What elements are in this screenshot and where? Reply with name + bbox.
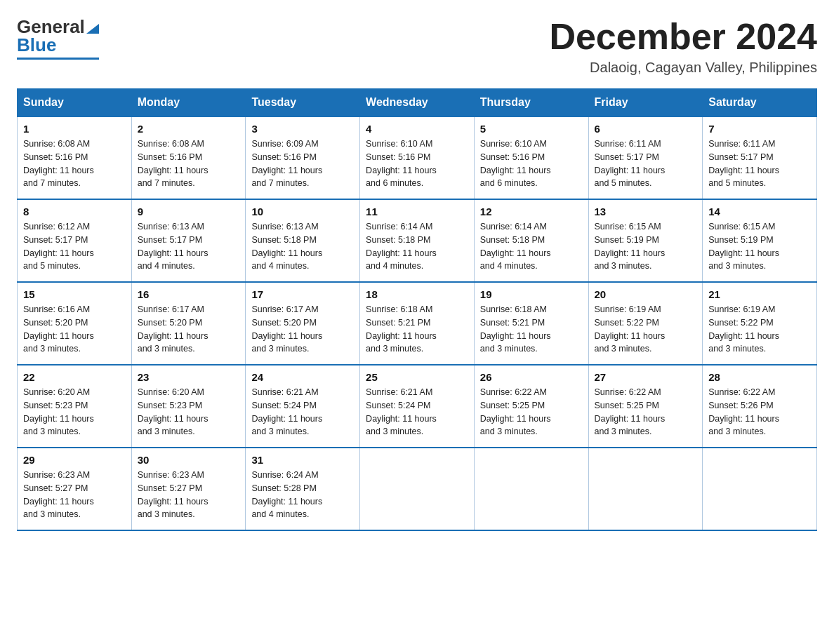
logo-blue: Blue — [17, 34, 56, 56]
calendar-cell: 11 Sunrise: 6:14 AM Sunset: 5:18 PM Dayl… — [360, 199, 475, 282]
day-info: Sunrise: 6:20 AM Sunset: 5:23 PM Dayligh… — [138, 386, 240, 438]
day-info: Sunrise: 6:17 AM Sunset: 5:20 PM Dayligh… — [251, 303, 354, 356]
day-number: 26 — [480, 371, 583, 383]
day-number: 11 — [366, 206, 468, 217]
day-info: Sunrise: 6:15 AM Sunset: 5:19 PM Dayligh… — [708, 220, 811, 273]
day-info: Sunrise: 6:24 AM Sunset: 5:28 PM Dayligh… — [251, 469, 354, 521]
weekday-header-friday: Friday — [588, 89, 703, 117]
calendar-cell: 16 Sunrise: 6:17 AM Sunset: 5:20 PM Dayl… — [131, 282, 246, 365]
day-info: Sunrise: 6:13 AM Sunset: 5:18 PM Dayligh… — [251, 220, 354, 273]
calendar-cell: 26 Sunrise: 6:22 AM Sunset: 5:25 PM Dayl… — [474, 365, 588, 448]
calendar-cell: 3 Sunrise: 6:09 AM Sunset: 5:16 PM Dayli… — [246, 116, 360, 199]
calendar-cell: 19 Sunrise: 6:18 AM Sunset: 5:21 PM Dayl… — [474, 282, 588, 365]
calendar-cell: 28 Sunrise: 6:22 AM Sunset: 5:26 PM Dayl… — [703, 365, 817, 448]
calendar-cell — [588, 448, 703, 530]
day-number: 30 — [138, 454, 240, 466]
calendar-cell: 15 Sunrise: 6:16 AM Sunset: 5:20 PM Dayl… — [18, 282, 132, 365]
day-number: 10 — [251, 206, 354, 217]
calendar-cell — [703, 448, 817, 530]
weekday-header-sunday: Sunday — [18, 89, 132, 117]
day-info: Sunrise: 6:17 AM Sunset: 5:20 PM Dayligh… — [138, 303, 240, 356]
calendar-cell: 1 Sunrise: 6:08 AM Sunset: 5:16 PM Dayli… — [18, 116, 132, 199]
calendar-week-row: 29 Sunrise: 6:23 AM Sunset: 5:27 PM Dayl… — [18, 448, 817, 530]
day-info: Sunrise: 6:14 AM Sunset: 5:18 PM Dayligh… — [366, 220, 468, 273]
day-info: Sunrise: 6:22 AM Sunset: 5:26 PM Dayligh… — [708, 386, 811, 438]
logo: General Blue — [17, 17, 99, 60]
day-number: 27 — [595, 371, 697, 383]
calendar-cell: 2 Sunrise: 6:08 AM Sunset: 5:16 PM Dayli… — [131, 116, 246, 199]
day-number: 7 — [708, 123, 811, 135]
day-info: Sunrise: 6:14 AM Sunset: 5:18 PM Dayligh… — [480, 220, 583, 273]
day-number: 4 — [366, 123, 468, 135]
day-info: Sunrise: 6:15 AM Sunset: 5:19 PM Dayligh… — [595, 220, 697, 273]
header-title-block: December 2024 Dalaoig, Cagayan Valley, P… — [549, 17, 817, 76]
day-info: Sunrise: 6:23 AM Sunset: 5:27 PM Dayligh… — [23, 469, 126, 521]
calendar-week-row: 22 Sunrise: 6:20 AM Sunset: 5:23 PM Dayl… — [18, 365, 817, 448]
calendar-week-row: 1 Sunrise: 6:08 AM Sunset: 5:16 PM Dayli… — [18, 116, 817, 199]
day-number: 20 — [595, 288, 697, 300]
weekday-header-tuesday: Tuesday — [246, 89, 360, 117]
day-info: Sunrise: 6:11 AM Sunset: 5:17 PM Dayligh… — [708, 137, 811, 190]
day-number: 13 — [595, 206, 697, 217]
day-number: 6 — [595, 123, 697, 135]
day-number: 21 — [708, 288, 811, 300]
day-number: 1 — [23, 123, 126, 135]
calendar-week-row: 8 Sunrise: 6:12 AM Sunset: 5:17 PM Dayli… — [18, 199, 817, 282]
day-info: Sunrise: 6:21 AM Sunset: 5:24 PM Dayligh… — [366, 386, 468, 438]
day-number: 17 — [251, 288, 354, 300]
page-header: General Blue December 2024 Dalaoig, Caga… — [17, 17, 817, 76]
day-number: 19 — [480, 288, 583, 300]
day-number: 14 — [708, 206, 811, 217]
day-info: Sunrise: 6:18 AM Sunset: 5:21 PM Dayligh… — [480, 303, 583, 356]
day-number: 28 — [708, 371, 811, 383]
weekday-header-thursday: Thursday — [474, 89, 588, 117]
calendar-cell: 29 Sunrise: 6:23 AM Sunset: 5:27 PM Dayl… — [18, 448, 132, 530]
calendar-cell — [474, 448, 588, 530]
day-info: Sunrise: 6:22 AM Sunset: 5:25 PM Dayligh… — [595, 386, 697, 438]
calendar-cell: 22 Sunrise: 6:20 AM Sunset: 5:23 PM Dayl… — [18, 365, 132, 448]
day-number: 16 — [138, 288, 240, 300]
calendar-cell — [360, 448, 475, 530]
day-number: 29 — [23, 454, 126, 466]
day-number: 22 — [23, 371, 126, 383]
weekday-header-saturday: Saturday — [703, 89, 817, 117]
calendar-cell: 18 Sunrise: 6:18 AM Sunset: 5:21 PM Dayl… — [360, 282, 475, 365]
day-info: Sunrise: 6:08 AM Sunset: 5:16 PM Dayligh… — [138, 137, 240, 190]
calendar-cell: 8 Sunrise: 6:12 AM Sunset: 5:17 PM Dayli… — [18, 199, 132, 282]
day-info: Sunrise: 6:19 AM Sunset: 5:22 PM Dayligh… — [595, 303, 697, 356]
calendar-cell: 6 Sunrise: 6:11 AM Sunset: 5:17 PM Dayli… — [588, 116, 703, 199]
calendar-cell: 24 Sunrise: 6:21 AM Sunset: 5:24 PM Dayl… — [246, 365, 360, 448]
calendar-cell: 31 Sunrise: 6:24 AM Sunset: 5:28 PM Dayl… — [246, 448, 360, 530]
location: Dalaoig, Cagayan Valley, Philippines — [549, 60, 817, 76]
weekday-header-wednesday: Wednesday — [360, 89, 475, 117]
day-info: Sunrise: 6:19 AM Sunset: 5:22 PM Dayligh… — [708, 303, 811, 356]
calendar-cell: 27 Sunrise: 6:22 AM Sunset: 5:25 PM Dayl… — [588, 365, 703, 448]
day-number: 8 — [23, 206, 126, 217]
calendar-cell: 23 Sunrise: 6:20 AM Sunset: 5:23 PM Dayl… — [131, 365, 246, 448]
day-number: 24 — [251, 371, 354, 383]
calendar-cell: 4 Sunrise: 6:10 AM Sunset: 5:16 PM Dayli… — [360, 116, 475, 199]
day-info: Sunrise: 6:22 AM Sunset: 5:25 PM Dayligh… — [480, 386, 583, 438]
weekday-header-row: SundayMondayTuesdayWednesdayThursdayFrid… — [18, 89, 817, 117]
day-info: Sunrise: 6:20 AM Sunset: 5:23 PM Dayligh… — [23, 386, 126, 438]
calendar-cell: 25 Sunrise: 6:21 AM Sunset: 5:24 PM Dayl… — [360, 365, 475, 448]
calendar-cell: 13 Sunrise: 6:15 AM Sunset: 5:19 PM Dayl… — [588, 199, 703, 282]
logo-underline — [17, 58, 99, 60]
day-info: Sunrise: 6:09 AM Sunset: 5:16 PM Dayligh… — [251, 137, 354, 190]
month-title: December 2024 — [549, 17, 817, 57]
calendar-cell: 30 Sunrise: 6:23 AM Sunset: 5:27 PM Dayl… — [131, 448, 246, 530]
calendar-cell: 12 Sunrise: 6:14 AM Sunset: 5:18 PM Dayl… — [474, 199, 588, 282]
day-info: Sunrise: 6:08 AM Sunset: 5:16 PM Dayligh… — [23, 137, 126, 190]
day-number: 25 — [366, 371, 468, 383]
day-number: 15 — [23, 288, 126, 300]
day-info: Sunrise: 6:23 AM Sunset: 5:27 PM Dayligh… — [138, 469, 240, 521]
day-info: Sunrise: 6:13 AM Sunset: 5:17 PM Dayligh… — [138, 220, 240, 273]
day-number: 18 — [366, 288, 468, 300]
day-info: Sunrise: 6:10 AM Sunset: 5:16 PM Dayligh… — [480, 137, 583, 190]
day-info: Sunrise: 6:21 AM Sunset: 5:24 PM Dayligh… — [251, 386, 354, 438]
day-number: 12 — [480, 206, 583, 217]
day-number: 9 — [138, 206, 240, 217]
day-number: 3 — [251, 123, 354, 135]
calendar-cell: 17 Sunrise: 6:17 AM Sunset: 5:20 PM Dayl… — [246, 282, 360, 365]
day-number: 31 — [251, 454, 354, 466]
